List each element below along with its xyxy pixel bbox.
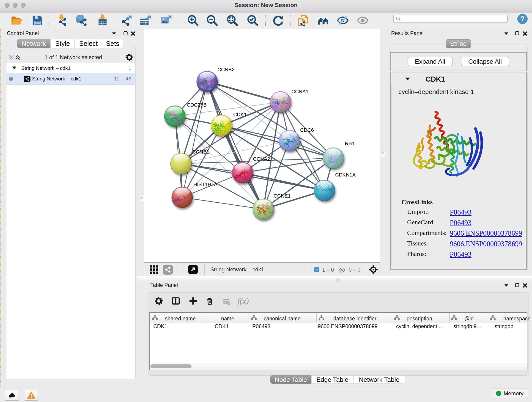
svg-text:HIST1H1A: HIST1H1A xyxy=(193,182,217,187)
svg-text:CCNB1: CCNB1 xyxy=(192,149,209,155)
svg-text:RB1: RB1 xyxy=(345,140,355,146)
svg-text:CDC25B: CDC25B xyxy=(187,102,207,108)
svg-text:CCNE1: CCNE1 xyxy=(273,193,291,199)
svg-text:CCNA1: CCNA1 xyxy=(291,89,309,95)
svg-text:CDK1: CDK1 xyxy=(233,112,247,117)
svg-text:CCNA2: CCNA2 xyxy=(253,156,270,162)
svg-text:CDKN1A: CDKN1A xyxy=(335,172,356,178)
svg-text:CDC6: CDC6 xyxy=(300,127,314,133)
svg-text:CCNB2: CCNB2 xyxy=(217,67,234,72)
